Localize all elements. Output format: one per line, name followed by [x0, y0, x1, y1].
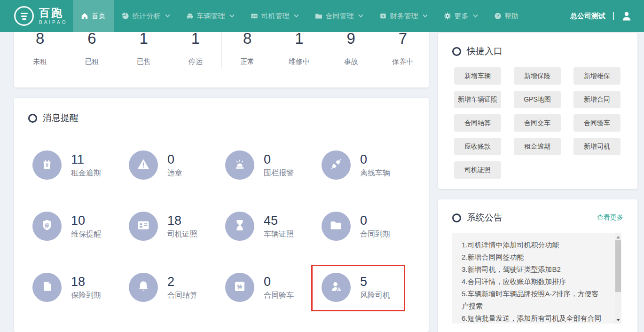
quick-entry-buttons: 新增车辆 新增保险 新增维保 新增车辆证照 GPS地图 新增合同 合同结算 合同…	[438, 57, 637, 179]
ring-bullet-icon	[452, 47, 461, 56]
chevron-down-icon	[165, 14, 170, 18]
stat-label: 已售	[118, 57, 170, 66]
message-label: 风险司机	[360, 291, 390, 300]
chart-pie-icon	[122, 12, 129, 20]
section-title: 快捷入口	[467, 45, 503, 57]
message-label: 合同到期	[360, 229, 390, 239]
message-item-offline-vehicle[interactable]: 0 离线车辆	[322, 150, 418, 180]
vehicle-stat: 1 维修中	[273, 29, 325, 66]
contract-expire-icon	[329, 218, 343, 234]
ring-bullet-icon	[452, 213, 461, 222]
announcement-item: 6.短信批量发送，添加所有司机及全部有合同司机	[462, 312, 604, 324]
nav-item-help[interactable]: ? 帮助	[486, 0, 527, 32]
top-navbar: 百跑 BAIPAO 首页 统计分析 车辆管理	[0, 0, 644, 32]
scrollbar-thumb[interactable]	[615, 240, 621, 292]
svg-text:¥: ¥	[382, 15, 384, 18]
message-item-insurance-expire[interactable]: 18 保险到期	[32, 273, 129, 302]
message-label: 司机证照	[167, 229, 197, 239]
nav-item-more[interactable]: 更多	[436, 0, 486, 32]
scroll-up-icon[interactable]	[615, 234, 621, 240]
chevron-down-icon	[473, 14, 478, 18]
quick-entry-button[interactable]: 新增维保	[573, 67, 620, 85]
nav-item-finance[interactable]: ¥ 财务管理	[371, 0, 436, 32]
stat-label: 停运	[170, 57, 221, 66]
fence-alarm-icon	[233, 157, 247, 173]
message-label: 合同验车	[264, 291, 294, 300]
announcement-item: 4.合同详情，应收账单期数加排序	[462, 276, 604, 288]
insurance-expire-icon	[40, 279, 54, 295]
quick-entry-button[interactable]: 合同验车	[573, 114, 620, 132]
scroll-down-icon[interactable]	[615, 316, 621, 323]
stat-label: 正常	[221, 57, 273, 66]
car-icon	[186, 12, 194, 20]
quick-entry-button[interactable]: 合同结算	[454, 114, 501, 132]
quick-entry-button[interactable]: 新增保险	[514, 67, 561, 85]
stat-value: 1	[118, 29, 170, 48]
quick-entry-button[interactable]: 司机证照	[454, 161, 501, 179]
company-name: 总公司测试	[570, 12, 605, 21]
id-card-icon: A	[251, 12, 258, 20]
contract-inspect-icon: 验	[233, 279, 247, 295]
nav-item-vehicles[interactable]: 车辆管理	[178, 0, 243, 32]
svg-text:A: A	[252, 15, 254, 17]
gear-icon	[444, 12, 451, 20]
quick-entry-button[interactable]: 应收账款	[454, 138, 501, 155]
message-count: 2	[167, 275, 197, 289]
quick-entry-button[interactable]: 合同交车	[514, 114, 561, 132]
contract-settle-icon	[136, 279, 150, 295]
message-item-driver-license[interactable]: 18 司机证照	[129, 212, 225, 241]
view-more-link[interactable]: 查看更多	[597, 213, 623, 222]
user-icon[interactable]	[621, 11, 632, 21]
quick-entry-button[interactable]: 新增车辆证照	[454, 91, 501, 108]
svg-text:验: 验	[237, 284, 243, 290]
wallet-icon: ¥	[379, 12, 387, 20]
svg-text:保: 保	[44, 223, 49, 228]
baipao-logo[interactable]: 百跑 BAIPAO	[14, 6, 68, 26]
message-reminders-card: 消息提醒 ¥ 11 租金逾期 0 违章 0	[14, 98, 429, 332]
nav-item-statistics[interactable]: 统计分析	[114, 0, 178, 32]
quick-entry-button[interactable]: 新增合同	[573, 91, 620, 108]
stat-value: 1	[170, 29, 221, 48]
message-item-fence-alarm[interactable]: 0 围栏报警	[225, 150, 322, 180]
section-title: 系统公告	[467, 212, 503, 224]
message-item-contract-expire[interactable]: 0 合同到期	[322, 212, 418, 241]
message-count: 0	[264, 275, 294, 289]
folder-icon	[315, 12, 322, 20]
quick-entry-card: 快捷入口 新增车辆 新增保险 新增维保 新增车辆证照 GPS地图 新增合同 合同…	[438, 33, 637, 189]
system-notice-card: 系统公告 查看更多 1.司机详情中添加司机积分功能 2.新增合同网签功能 3.新…	[438, 199, 637, 332]
message-item-vehicle-license[interactable]: 45 车辆证照	[225, 212, 322, 241]
quick-entry-button[interactable]: 租金逾期	[514, 138, 561, 155]
risk-driver-icon	[329, 279, 343, 295]
message-item-contract-settle[interactable]: 2 合同结算	[129, 273, 225, 302]
scrollbar[interactable]	[615, 233, 621, 324]
message-item-risk-driver[interactable]: 5 风险司机	[322, 273, 418, 302]
nav-item-home[interactable]: 首页	[73, 0, 114, 32]
message-item-contract-inspect[interactable]: 验 0 合同验车	[225, 273, 322, 302]
message-count: 0	[167, 152, 182, 166]
quick-entry-button[interactable]: 新增司机	[573, 138, 620, 155]
nav-item-contracts[interactable]: 合同管理	[307, 0, 371, 32]
message-count: 5	[360, 275, 390, 289]
section-title: 消息提醒	[43, 112, 79, 124]
announcement-box: 1.司机详情中添加司机积分功能 2.新增合同网签功能 3.新增司机，驾驶证类型添…	[452, 233, 621, 324]
main-menu: 首页 统计分析 车辆管理 A	[73, 0, 527, 32]
message-item-violation[interactable]: 0 违章	[129, 150, 225, 180]
message-item-maintenance[interactable]: 保 10 维保提醒	[32, 212, 129, 241]
divider	[613, 12, 614, 20]
message-label: 租金逾期	[71, 168, 101, 178]
message-count: 0	[264, 152, 294, 166]
logo-subtitle: BAIPAO	[39, 20, 68, 25]
nav-item-drivers[interactable]: A 司机管理	[243, 0, 307, 32]
message-reminders-header: 消息提醒	[14, 98, 429, 124]
quick-entry-button[interactable]: 新增车辆	[454, 67, 501, 85]
quick-entry-button[interactable]: GPS地图	[514, 91, 561, 108]
chevron-down-icon	[229, 14, 235, 18]
message-item-rent-overdue[interactable]: ¥ 11 租金逾期	[32, 150, 129, 180]
message-grid: ¥ 11 租金逾期 0 违章 0 围栏报警	[14, 150, 429, 302]
help-icon: ?	[494, 12, 502, 20]
stat-value: 9	[325, 29, 377, 48]
vehicle-stat: 1 停运	[170, 29, 221, 66]
stat-label: 已租	[66, 57, 118, 66]
stat-value: 8	[221, 29, 273, 48]
stat-value: 7	[377, 29, 429, 48]
